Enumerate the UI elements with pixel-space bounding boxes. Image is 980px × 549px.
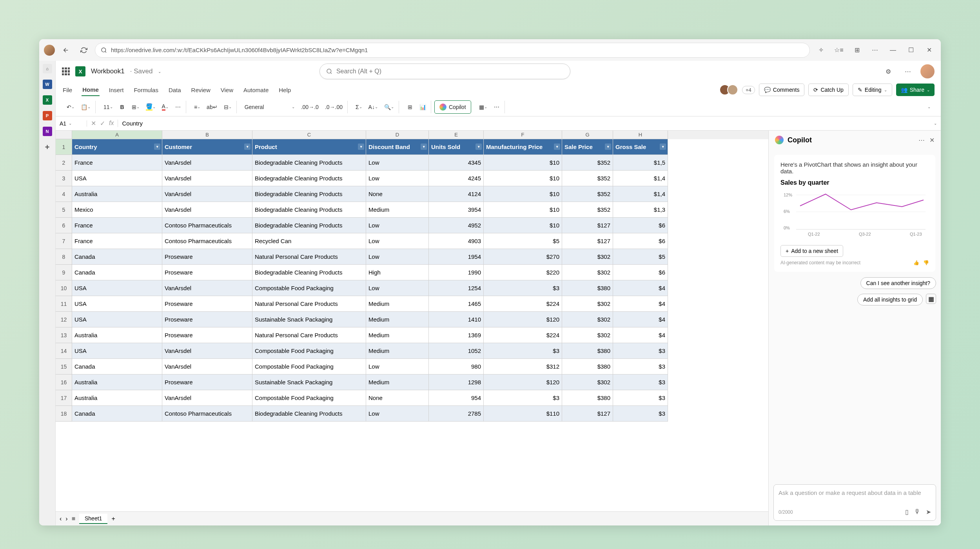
sheet-tab[interactable]: Sheet1: [79, 514, 107, 524]
table-cell[interactable]: Biodegradable Cleaning Products: [252, 155, 366, 171]
table-cell[interactable]: Low: [366, 406, 429, 422]
table-cell[interactable]: Canada: [72, 265, 162, 280]
format-table-button[interactable]: ▦⌄: [477, 101, 490, 113]
spreadsheet-grid[interactable]: ABCDEFGH1Country▾Customer▾Product▾Discou…: [56, 131, 768, 511]
table-cell[interactable]: $120: [484, 312, 562, 327]
table-cell[interactable]: Low: [366, 171, 429, 186]
column-header[interactable]: B: [162, 131, 252, 139]
table-cell[interactable]: Proseware: [162, 265, 252, 280]
column-header[interactable]: D: [366, 131, 429, 139]
align-button[interactable]: ≡⌄: [192, 101, 203, 113]
table-cell[interactable]: 1254: [429, 280, 484, 296]
table-cell[interactable]: $3: [613, 390, 668, 406]
add-app-icon[interactable]: +: [43, 142, 52, 152]
column-header[interactable]: H: [613, 131, 668, 139]
table-cell[interactable]: $380: [562, 343, 613, 359]
table-cell[interactable]: 1465: [429, 296, 484, 312]
row-header[interactable]: 16: [56, 374, 72, 390]
table-cell[interactable]: $3: [484, 343, 562, 359]
table-cell[interactable]: $220: [484, 265, 562, 280]
table-cell[interactable]: 4952: [429, 218, 484, 233]
refresh-button[interactable]: [77, 43, 91, 57]
table-cell[interactable]: 2785: [429, 406, 484, 422]
profile-avatar[interactable]: [44, 45, 55, 56]
table-cell[interactable]: Low: [366, 155, 429, 171]
close-button[interactable]: ✕: [922, 43, 936, 57]
table-cell[interactable]: France: [72, 233, 162, 249]
tab-insert[interactable]: Insert: [108, 84, 125, 96]
add-sheet-icon[interactable]: +: [111, 515, 115, 522]
table-cell[interactable]: USA: [72, 312, 162, 327]
onenote-icon[interactable]: N: [43, 127, 52, 136]
table-cell[interactable]: France: [72, 218, 162, 233]
table-cell[interactable]: 4245: [429, 171, 484, 186]
name-box[interactable]: A1⌄: [56, 120, 87, 127]
table-cell[interactable]: $110: [484, 406, 562, 422]
home-icon[interactable]: ⌂: [43, 64, 52, 73]
table-cell[interactable]: $312: [484, 359, 562, 374]
font-size-selector[interactable]: 11 ⌄: [101, 101, 115, 113]
table-cell[interactable]: 1052: [429, 343, 484, 359]
filter-icon[interactable]: ▾: [154, 144, 160, 150]
fx-icon[interactable]: fx: [109, 120, 114, 127]
table-cell[interactable]: $10: [484, 202, 562, 218]
table-cell[interactable]: Sustainable Snack Packaging: [252, 312, 366, 327]
row-header[interactable]: 5: [56, 202, 72, 218]
filter-icon[interactable]: ▾: [244, 144, 250, 150]
cancel-formula-icon[interactable]: ✕: [91, 120, 96, 127]
row-header[interactable]: 6: [56, 218, 72, 233]
table-cell[interactable]: 4345: [429, 155, 484, 171]
tab-data[interactable]: Data: [168, 84, 182, 96]
decrease-decimal-button[interactable]: .0→.00: [323, 101, 345, 113]
table-cell[interactable]: Medium: [366, 327, 429, 343]
merge-button[interactable]: ⊟⌄: [221, 101, 234, 113]
table-cell[interactable]: Low: [366, 218, 429, 233]
increase-decimal-button[interactable]: .00→.0: [299, 101, 321, 113]
table-cell[interactable]: $1,5: [613, 155, 668, 171]
bold-button[interactable]: B: [117, 101, 128, 113]
table-cell[interactable]: USA: [72, 343, 162, 359]
table-cell[interactable]: Natural Personal Care Products: [252, 327, 366, 343]
row-header[interactable]: 10: [56, 280, 72, 296]
table-cell[interactable]: Proseware: [162, 327, 252, 343]
table-cell[interactable]: $352: [562, 155, 613, 171]
table-cell[interactable]: $224: [484, 296, 562, 312]
table-cell[interactable]: $1,4: [613, 186, 668, 202]
table-header-cell[interactable]: Country▾: [72, 139, 162, 155]
column-header[interactable]: A: [72, 131, 162, 139]
table-cell[interactable]: $352: [562, 202, 613, 218]
table-cell[interactable]: VanArsdel: [162, 155, 252, 171]
table-cell[interactable]: 4903: [429, 233, 484, 249]
table-cell[interactable]: $6: [613, 233, 668, 249]
table-cell[interactable]: $5: [613, 249, 668, 265]
table-cell[interactable]: Low: [366, 280, 429, 296]
table-cell[interactable]: Canada: [72, 359, 162, 374]
tab-review[interactable]: Review: [191, 84, 211, 96]
table-cell[interactable]: $6: [613, 265, 668, 280]
table-cell[interactable]: 4124: [429, 186, 484, 202]
filter-icon[interactable]: ▾: [475, 144, 482, 150]
tab-help[interactable]: Help: [278, 84, 292, 96]
table-cell[interactable]: $3: [484, 390, 562, 406]
table-cell[interactable]: Proseware: [162, 374, 252, 390]
row-header[interactable]: 8: [56, 249, 72, 265]
table-cell[interactable]: VanArsdel: [162, 202, 252, 218]
table-cell[interactable]: 1410: [429, 312, 484, 327]
send-icon[interactable]: ➤: [926, 508, 931, 516]
tab-home[interactable]: Home: [82, 84, 100, 96]
table-cell[interactable]: Biodegradable Cleaning Products: [252, 171, 366, 186]
table-cell[interactable]: $5: [484, 233, 562, 249]
sort-filter-button[interactable]: A↓⌄: [366, 101, 380, 113]
copilot-close-icon[interactable]: ✕: [929, 136, 935, 144]
table-cell[interactable]: Compostable Food Packaging: [252, 343, 366, 359]
table-cell[interactable]: $302: [562, 296, 613, 312]
number-format-selector[interactable]: General⌄: [242, 101, 297, 113]
table-cell[interactable]: Contoso Pharmaceuticals: [162, 218, 252, 233]
table-cell[interactable]: $127: [562, 406, 613, 422]
filter-icon[interactable]: ▾: [660, 144, 666, 150]
table-cell[interactable]: Medium: [366, 374, 429, 390]
copilot-ribbon-button[interactable]: Copilot: [434, 100, 471, 114]
table-cell[interactable]: $302: [562, 249, 613, 265]
user-avatar[interactable]: [920, 64, 935, 78]
table-cell[interactable]: Biodegradable Cleaning Products: [252, 218, 366, 233]
